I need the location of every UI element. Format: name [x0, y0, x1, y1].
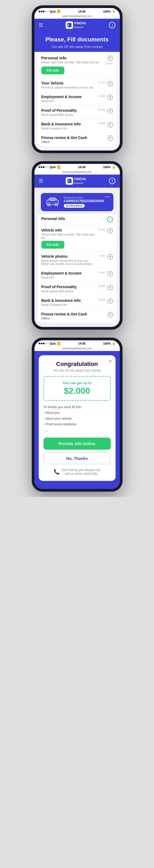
- vehicle-photos-content: Vehicle photos Need upload real photos o…: [41, 254, 99, 266]
- bank-content: Bank & Insurance Info Need compains info: [41, 122, 99, 130]
- s2-finova-item: Finova review & Get Cash Offline ?: [38, 309, 117, 323]
- vehicle-right: 5 min* ?: [98, 81, 113, 86]
- carrier-name: Qub: [50, 10, 56, 13]
- proof-right: 5 min* ?: [98, 108, 113, 114]
- svg-text:F: F: [68, 24, 69, 27]
- money-label: You can get up to: [48, 381, 106, 385]
- wifi-icon: 📶: [57, 10, 61, 13]
- personal-info-content: Personal info Please add Plate number, T…: [41, 56, 100, 74]
- rdot1: [105, 196, 106, 197]
- s2-employment-item: Employment & Income Need info 5 min* ?: [38, 269, 117, 282]
- personal-fill-btn[interactable]: Fill info: [41, 67, 64, 74]
- bank-question-btn[interactable]: ?: [108, 122, 113, 127]
- vehicle-info-right: 5 min* ?: [98, 228, 113, 234]
- s3-dot5: [47, 343, 49, 344]
- vehicle-photos-right: 5 min* ?: [98, 254, 113, 259]
- svg-rect-7: [50, 198, 55, 200]
- logo-icon: F: [66, 21, 73, 29]
- bank-sub: Need compains info: [41, 127, 99, 130]
- phone-icon: 📞: [54, 469, 60, 475]
- modal-sub: You are 20 min away from money: [43, 369, 111, 372]
- s2-proof-question-btn[interactable]: ?: [108, 285, 113, 290]
- s2-bank-title: Bank & Insurance Info: [41, 298, 99, 303]
- personal-completed-item: Personal info ✓: [38, 214, 117, 225]
- carrier-name-2: Qub: [50, 165, 56, 169]
- info-list: To finnish you need fill info: - About y…: [43, 404, 111, 433]
- vehicle-photos-item: Vehicle photos Need upload real photos o…: [38, 252, 117, 268]
- request-label: Request number: [64, 196, 110, 199]
- vehicle-info-question-btn[interactable]: ?: [108, 228, 113, 234]
- s2-bank-question-btn[interactable]: ?: [108, 298, 113, 304]
- proof-question-btn[interactable]: ?: [108, 108, 113, 114]
- status-left: Qub 📶: [39, 10, 61, 13]
- menu-icon[interactable]: ☰: [39, 22, 43, 28]
- employment-sub: Need info: [41, 99, 99, 103]
- s2-finova-question-btn[interactable]: ?: [108, 312, 113, 317]
- request-info: Request number CA00023170222192020000 IN…: [64, 196, 110, 208]
- menu-icon-2[interactable]: ☰: [39, 178, 43, 184]
- vehicle-content: Your Vehicle Fill info & upload real pho…: [41, 81, 99, 89]
- signal-dot-2: [41, 11, 42, 12]
- s2-proof-title: Proof of Personality: [41, 285, 99, 289]
- vehicle-fill-btn[interactable]: Fill info: [41, 241, 64, 249]
- personal-completed-card: Personal info ✓ Vehicle info Please add …: [38, 214, 117, 323]
- s2-bank-right: 5 min* ?: [98, 298, 113, 304]
- s2-employment-question-btn[interactable]: ?: [108, 271, 113, 276]
- status-right-2: 100% 🔋: [103, 165, 115, 169]
- s2-dot1: [39, 166, 40, 168]
- svg-text:F: F: [68, 180, 69, 183]
- bank-right: 5 min* ?: [98, 122, 113, 127]
- logo-text: FINOVAfinancial: [74, 21, 86, 29]
- vehicle-photos-title: Vehicle photos: [41, 254, 99, 258]
- vehicle-photos-question-btn[interactable]: ?: [108, 254, 113, 259]
- info-header: To finnish you need fill info:: [43, 405, 82, 409]
- personal-completed-title: Personal info: [41, 217, 107, 221]
- rdot3: [109, 196, 110, 197]
- hero-sub-1: You are 20 min away from money: [40, 44, 115, 49]
- finova-review-question-btn[interactable]: ?: [108, 135, 113, 141]
- s2-bank-content: Bank & Insurance Info Need compains info: [41, 298, 99, 306]
- vehicle-question-btn[interactable]: ?: [108, 81, 113, 86]
- info-item-3: - Proof youre residence: [43, 422, 77, 426]
- s2-bank-item: Bank & Insurance Info Need compains info…: [38, 296, 117, 309]
- app-header-1: ☰ F FINOVAfinancial i: [34, 19, 120, 32]
- signal-dot-4: [45, 11, 47, 12]
- battery-icon-2: 🔋: [112, 165, 116, 169]
- info-icon-2[interactable]: i: [109, 178, 115, 184]
- battery-percent-3: 100%: [103, 342, 111, 345]
- s2-dot4: [45, 166, 47, 168]
- status-right-3: 100% 🔋: [103, 342, 115, 345]
- request-dots[interactable]: [105, 196, 110, 197]
- bank-item: Bank & Insurance Info Need compains info…: [38, 119, 117, 133]
- no-thanks-btn[interactable]: No, Thanks: [43, 452, 111, 464]
- proof-title: Proof of Personality: [41, 108, 99, 113]
- close-btn[interactable]: ×: [109, 359, 112, 364]
- bank-title: Bank & Insurance Info: [41, 122, 99, 126]
- battery-percent: 100%: [103, 10, 111, 13]
- check-circle: ✓: [107, 217, 113, 222]
- s2-dot3: [43, 166, 45, 168]
- svg-point-6: [55, 204, 57, 206]
- vehicle-info-content: Vehicle info Please add Plate number, Ti…: [41, 228, 99, 249]
- personal-header-row: Personal info Please add Plate number, T…: [41, 56, 113, 74]
- hero-1: Please, Fill documents You are 20 min aw…: [34, 32, 120, 55]
- proof-sub: Need upload Bills photos: [41, 113, 99, 116]
- s2-finova-sub: Offline: [41, 317, 108, 320]
- employment-question-btn[interactable]: ?: [108, 95, 113, 100]
- s3-dot1: [39, 343, 40, 344]
- hero-title-1: Please, Fill documents: [40, 36, 115, 43]
- employment-title: Employment & Income: [41, 95, 99, 99]
- logo-icon-2: F: [66, 177, 73, 185]
- finova-review-right: ?: [108, 135, 113, 141]
- personal-question-btn[interactable]: ?: [108, 56, 113, 61]
- signal-dot-1: [39, 11, 40, 12]
- finova-review-item: Finova review & Get Cash Offline ?: [38, 133, 117, 146]
- s2-employment-content: Employment & Income Need info: [41, 271, 99, 279]
- info-icon-1[interactable]: i: [109, 22, 115, 28]
- personal-title: Personal info: [41, 56, 100, 60]
- s2-dot5: [47, 166, 49, 168]
- finova-review-title: Finova review & Get Cash: [41, 135, 108, 140]
- provide-info-btn[interactable]: Provide info Online: [43, 438, 111, 450]
- vehicle-photos-sub: Need upload real photos of your car. Bet…: [41, 259, 99, 266]
- screen3-bg: × Congratulation You are 20 min away fro…: [34, 351, 120, 489]
